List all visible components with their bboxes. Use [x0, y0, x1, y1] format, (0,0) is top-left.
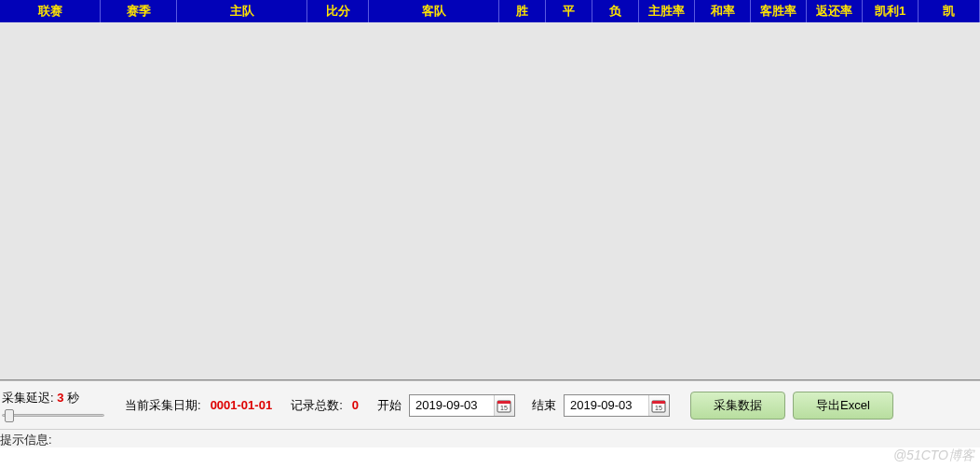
current-collect-date-value: 0001-01-01 — [211, 398, 273, 412]
col-win[interactable]: 胜 — [499, 0, 546, 22]
svg-text:15: 15 — [501, 405, 509, 411]
status-bar: 提示信息: — [0, 429, 980, 447]
col-away-team[interactable]: 客队 — [369, 0, 499, 22]
col-league[interactable]: 联赛 — [0, 0, 101, 22]
col-kelly-1[interactable]: 凯利1 — [863, 0, 919, 22]
calendar-icon[interactable]: 15 — [494, 395, 514, 416]
col-season[interactable]: 赛季 — [101, 0, 177, 22]
col-draw-rate[interactable]: 和率 — [695, 0, 751, 22]
col-home-team[interactable]: 主队 — [177, 0, 307, 22]
record-count-value: 0 — [352, 398, 359, 412]
col-lose[interactable]: 负 — [592, 0, 639, 22]
collect-delay-value: 3 — [57, 391, 63, 405]
col-away-win-rate[interactable]: 客胜率 — [751, 0, 807, 22]
start-date-label: 开始 — [377, 397, 402, 414]
bottom-toolbar: 采集延迟: 3 秒 当前采集日期: 0001-01-01 记录总数: 0 开始 … — [0, 380, 980, 429]
end-date-input[interactable] — [565, 395, 648, 416]
col-return-rate[interactable]: 返还率 — [807, 0, 863, 22]
svg-rect-4 — [652, 401, 665, 404]
end-date-label: 结束 — [532, 397, 556, 414]
grid-body-empty — [0, 22, 980, 380]
grid-header-row: 联赛 赛季 主队 比分 客队 胜 平 负 主胜率 和率 客胜率 返还率 凯利1 … — [0, 0, 980, 22]
current-collect-date-label: 当前采集日期: — [125, 397, 201, 414]
collect-delay-label: 采集延迟: — [2, 391, 54, 405]
svg-rect-1 — [497, 401, 510, 404]
watermark: @51CTO博客 — [893, 447, 974, 464]
start-date-input[interactable] — [410, 395, 494, 416]
collect-delay-unit: 秒 — [67, 391, 79, 405]
calendar-icon[interactable]: 15 — [648, 395, 669, 416]
collect-delay-block: 采集延迟: 3 秒 — [2, 390, 114, 421]
export-excel-button[interactable]: 导出Excel — [793, 392, 893, 420]
col-draw[interactable]: 平 — [546, 0, 592, 22]
collect-delay-slider[interactable] — [2, 408, 104, 421]
record-count-label: 记录总数: — [291, 397, 343, 414]
col-score[interactable]: 比分 — [307, 0, 369, 22]
status-prefix: 提示信息: — [0, 433, 52, 447]
col-kelly-2[interactable]: 凯 — [919, 0, 980, 22]
start-date-picker[interactable]: 15 — [409, 394, 515, 417]
col-home-win-rate[interactable]: 主胜率 — [639, 0, 695, 22]
data-grid[interactable]: 联赛 赛季 主队 比分 客队 胜 平 负 主胜率 和率 客胜率 返还率 凯利1 … — [0, 0, 980, 380]
end-date-picker[interactable]: 15 — [564, 394, 670, 417]
collect-data-button[interactable]: 采集数据 — [690, 392, 785, 420]
svg-text:15: 15 — [656, 405, 663, 411]
